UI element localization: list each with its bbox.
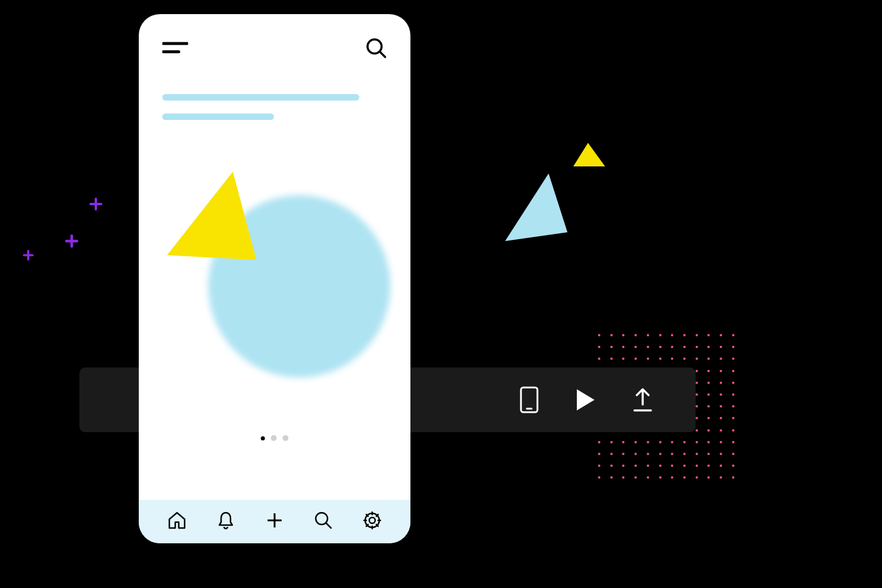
app-header	[139, 14, 410, 71]
grid-dot	[622, 358, 624, 360]
grid-dot	[720, 370, 722, 372]
grid-dot	[671, 465, 673, 467]
svg-point-12	[365, 513, 379, 527]
grid-dot	[720, 382, 722, 384]
plus-icon	[89, 197, 103, 211]
grid-dot	[707, 429, 710, 432]
grid-dot	[732, 393, 734, 396]
grid-dot	[696, 429, 698, 432]
grid-dot	[598, 465, 600, 467]
grid-dot	[634, 358, 637, 360]
svg-marker-1	[573, 143, 605, 166]
grid-dot	[671, 334, 673, 336]
grid-dot	[720, 334, 722, 336]
grid-dot	[683, 358, 686, 360]
app-body	[139, 71, 410, 500]
upload-icon[interactable]	[631, 387, 654, 413]
grid-dot	[647, 476, 649, 479]
grid-dot	[707, 441, 710, 443]
toolbar	[412, 368, 696, 432]
grid-dot	[696, 370, 698, 372]
grid-dot	[720, 429, 722, 432]
menu-icon[interactable]	[162, 40, 188, 56]
grid-dot	[720, 465, 722, 467]
grid-dot	[647, 334, 649, 336]
grid-dot	[720, 346, 722, 348]
grid-dot	[732, 465, 734, 467]
grid-dot	[598, 453, 600, 455]
svg-marker-6	[167, 172, 256, 260]
grid-dot	[634, 441, 637, 443]
grid-dot	[647, 465, 649, 467]
grid-dot	[659, 476, 662, 479]
plus-icon	[65, 234, 79, 248]
plus-icon[interactable]	[265, 510, 285, 530]
grid-dot	[720, 441, 722, 443]
grid-dot	[634, 476, 637, 479]
grid-dot	[732, 441, 734, 443]
grid-dot	[610, 358, 613, 360]
svg-marker-15	[577, 389, 594, 410]
grid-dot	[634, 346, 637, 348]
page-dot[interactable]	[271, 435, 277, 441]
grid-dot	[732, 358, 734, 360]
grid-dot	[696, 382, 698, 384]
grid-dot	[610, 453, 613, 455]
grid-dot	[696, 346, 698, 348]
grid-dot	[683, 346, 686, 348]
svg-line-5	[380, 52, 385, 57]
grid-dot	[671, 453, 673, 455]
grid-dot	[707, 334, 710, 336]
grid-dot	[696, 465, 698, 467]
grid-dot	[659, 346, 662, 348]
text-placeholder	[162, 94, 359, 101]
grid-dot	[707, 370, 710, 372]
play-icon[interactable]	[574, 388, 596, 412]
grid-dot	[610, 346, 613, 348]
grid-dot	[683, 476, 686, 479]
grid-dot	[696, 405, 698, 407]
grid-dot	[659, 334, 662, 336]
bell-icon[interactable]	[216, 510, 236, 530]
search-icon[interactable]	[366, 38, 387, 59]
grid-dot	[732, 429, 734, 432]
grid-dot	[732, 417, 734, 419]
svg-point-11	[369, 517, 375, 523]
grid-dot	[647, 441, 649, 443]
svg-marker-0	[505, 173, 567, 241]
grid-dot	[707, 382, 710, 384]
grid-dot	[634, 465, 637, 467]
grid-dot	[683, 334, 686, 336]
page-dot[interactable]	[283, 435, 289, 441]
grid-dot	[732, 382, 734, 384]
grid-dot	[622, 453, 624, 455]
phone-mockup	[139, 14, 410, 543]
grid-dot	[598, 358, 600, 360]
grid-dot	[720, 453, 722, 455]
grid-dot	[732, 370, 734, 372]
grid-dot	[696, 476, 698, 479]
grid-dot	[634, 453, 637, 455]
search-icon[interactable]	[313, 510, 333, 530]
page-dot-active[interactable]	[261, 436, 265, 440]
grid-dot	[707, 453, 710, 455]
grid-dot	[671, 441, 673, 443]
grid-dot	[707, 465, 710, 467]
grid-dot	[696, 393, 698, 396]
pagination-dots[interactable]	[261, 435, 289, 441]
grid-dot	[610, 334, 613, 336]
device-icon[interactable]	[519, 386, 539, 414]
grid-dot	[720, 393, 722, 396]
hero-graphic	[162, 167, 387, 390]
plus-icon	[22, 249, 35, 262]
grid-dot	[732, 334, 734, 336]
grid-dot	[720, 417, 722, 419]
grid-dot	[610, 476, 613, 479]
gear-icon[interactable]	[362, 510, 382, 530]
grid-dot	[671, 346, 673, 348]
grid-dot	[696, 417, 698, 419]
home-icon[interactable]	[167, 510, 187, 530]
grid-dot	[659, 453, 662, 455]
grid-dot	[696, 358, 698, 360]
grid-dot	[696, 441, 698, 443]
